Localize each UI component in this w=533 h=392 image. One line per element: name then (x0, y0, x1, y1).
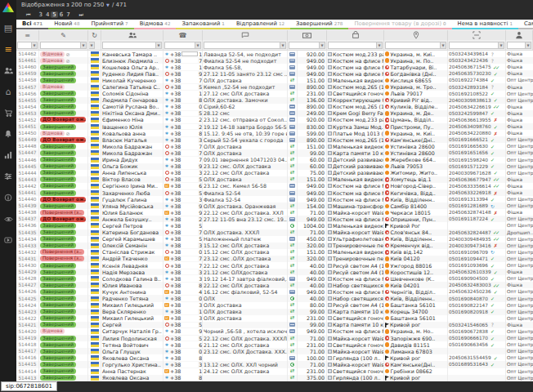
table-row[interactable]: 514416 Завершений Яковлева Оксана *+388 … (16, 354, 533, 361)
filter-input-status[interactable] (40, 42, 81, 49)
table-row[interactable]: 514447 Завершений Микола Бадражан +387 О… (16, 149, 533, 156)
table-row[interactable]: 514427 Завершений Юлия Иванова +388 22.1… (16, 282, 533, 288)
table-row[interactable]: 514437 ДО Возврат ож. Анжела Безушку.. *… (16, 216, 533, 222)
video-icon[interactable] (0, 229, 16, 251)
column-header-name[interactable] (101, 30, 163, 40)
table-row[interactable]: 514429 Завершений Надія Мерзаєва *+383 2… (16, 269, 533, 275)
table-row[interactable]: 514446 Завершений Ирина Дидух *+387 09.0… (16, 157, 533, 163)
column-header-source[interactable] (506, 30, 533, 40)
filter-input-source[interactable] (507, 42, 526, 49)
status-tab[interactable]: Всі471 (16, 20, 48, 29)
table-row[interactable]: 514436 Завершений Сергей Петров *+385 10… (16, 222, 533, 229)
column-header-price[interactable] (288, 30, 327, 40)
filter-input-comment[interactable] (204, 42, 280, 49)
table-row[interactable]: 514458 Завершений Николай Кучеренко *+38… (16, 77, 533, 83)
filter-input-name[interactable] (102, 42, 156, 49)
filter-input-city[interactable] (385, 42, 441, 49)
table-row[interactable]: 514417 Завершений Ольга Глущук *+380 23.… (16, 348, 533, 354)
table-row[interactable]: 514462 Відмова⊘ Каневська Тамара .. *+38… (16, 51, 533, 57)
column-header-product[interactable] (327, 30, 384, 40)
table-row[interactable]: 514414 Завершений Анна Пастернак ic+381 … (16, 368, 533, 375)
info-icon[interactable] (0, 187, 16, 208)
column-header-id[interactable]: ≡ (16, 30, 39, 40)
filter-dropdown-button[interactable]: ▼ (320, 42, 325, 49)
table-row[interactable]: 514418 Завершений Тетяна Войтович *+386 … (16, 341, 533, 348)
orders-list-icon[interactable]: ≡ (0, 38, 16, 60)
table-row[interactable]: 514453 Завершений Нікітіна Оксана Дми.. … (16, 110, 533, 117)
pager-page-button[interactable]: 7 (65, 11, 71, 18)
per-page-dropdown[interactable]: ▼ (106, 2, 110, 7)
pager-page-button[interactable]: 3 (37, 11, 43, 18)
table-row[interactable]: 514432 Повернення (з.. Станіслав Стрижак… (16, 249, 533, 256)
status-tab[interactable]: Прийнятий7 (85, 20, 133, 29)
table-row[interactable]: 514419 Завершений Лилия Подолинская +385… (16, 335, 533, 341)
filter-input-product[interactable] (328, 42, 377, 49)
filter-dropdown-button[interactable]: ▼ (81, 42, 87, 49)
filter-input-id[interactable] (17, 42, 32, 49)
table-row[interactable]: 514444 Завершений Анна Липенська +383 22… (16, 170, 533, 176)
table-row[interactable]: 514454 Завершений Самотій Руслана Во.. *… (16, 104, 533, 110)
table-row[interactable]: 514439 Завершений Уляна Мусійовська *+38… (16, 203, 533, 209)
eye-icon[interactable] (0, 208, 16, 229)
table-row[interactable]: 514431 Повернення (з.. Андрій Ткаченко i… (16, 256, 533, 262)
pager-page-button[interactable]: 6 (58, 11, 65, 18)
customers-icon[interactable] (0, 60, 16, 81)
filter-dropdown-button[interactable]: ▼ (280, 42, 286, 49)
table-row[interactable]: 514420 Відмова Ситарчук Наталія Гр.. *+3… (16, 328, 533, 335)
cart-icon[interactable] (0, 102, 16, 123)
table-row[interactable]: 514421 Завершений Сергей +385 99.00 Карт… (16, 322, 533, 328)
table-row[interactable]: 514430 Завершений Ксенія Левадняя +387 2… (16, 262, 533, 269)
table-row[interactable]: 514449 ДО Возврат ож. Власюк Наталья *+3… (16, 136, 533, 143)
pager-last-button[interactable]: ⏭ (78, 11, 84, 18)
table-row[interactable]: 514413 Завершений Яковлева Оксана *+388 … (16, 375, 533, 381)
table-row[interactable]: 514434 Завершений Сергей Карамышев *+385… (16, 236, 533, 243)
table-row[interactable]: 514459 Завершений Руденко Лидия Пав.. +3… (16, 70, 533, 77)
table-row[interactable]: 514438 Повернення (з.. Юлия Баланюк ic+3… (16, 209, 533, 216)
table-row[interactable]: 514457 Відмова Салегина Татьяна С.. +385… (16, 83, 533, 90)
status-tab[interactable]: Запакований1 (176, 20, 230, 29)
filter-dropdown-button[interactable]: ▼ (195, 42, 201, 49)
column-header-flag[interactable]: ↻ (88, 30, 101, 40)
filter-dropdown-button[interactable]: ▼ (89, 42, 95, 49)
table-row[interactable]: 514452 ДО Возврат ож. Єфименко Ніна *+38… (16, 117, 533, 123)
filter-dropdown-button[interactable]: ▼ (32, 42, 38, 49)
column-header-phone[interactable]: ☎ (163, 30, 203, 40)
status-tab[interactable]: Новий48 (48, 20, 85, 29)
table-row[interactable]: 514422 Завершений Михаил Гилецький ic+38… (16, 315, 533, 322)
filter-dropdown-button[interactable]: ▼ (156, 42, 162, 49)
bell-icon[interactable] (0, 123, 16, 145)
app-logo[interactable] (2, 2, 14, 12)
table-row[interactable]: 514441 Завершений Захарченко Люба +385 Ф… (16, 189, 533, 196)
filter-input-tracking[interactable] (449, 42, 499, 49)
filter-dropdown-button[interactable]: ▼ (499, 42, 504, 49)
pager-first-button[interactable]: ⏮ (25, 11, 31, 18)
filter-input-phone[interactable] (164, 42, 195, 49)
table-row[interactable]: 514460 Завершений Кошелева Ольга Ар.. *+… (16, 64, 533, 70)
status-tab[interactable]: Завершений278 (290, 20, 348, 29)
table-row[interactable]: 514428 Завершений Солодкова Галина В.. *… (16, 275, 533, 282)
table-row[interactable]: 514424 Завершений Михаил Гилецький ic+38… (16, 302, 533, 309)
table-row[interactable]: 514455 Завершений Людмила Гончарова *+38… (16, 97, 533, 104)
status-tab[interactable]: Відправлений12 (231, 20, 290, 29)
column-header-tracking[interactable] (448, 30, 506, 40)
status-tab[interactable]: Нема в наявності1 (452, 20, 518, 29)
table-row[interactable]: 514445 Завершений Ольга Божик *+389 23.1… (16, 163, 533, 170)
pager-page-button[interactable]: 5 (51, 11, 57, 18)
status-tab[interactable]: Самовивіз2 (518, 20, 533, 29)
table-row[interactable]: 514461 Відмова⊘ Близнюк Людмила .. +387 … (16, 57, 533, 64)
table-row[interactable]: 514451 Завершений Іващенко Юлія *+382 19… (16, 123, 533, 130)
workspace-icon[interactable]: ▤ (0, 17, 16, 38)
table-row[interactable]: 514442 Завершений Сергієнко Ірина Ми.. i… (16, 183, 533, 189)
filter-dropdown-button[interactable]: ▼ (377, 42, 383, 49)
table-row[interactable]: 514426 Завершений Кучук Антонина ic+384 … (16, 288, 533, 295)
column-header-comment[interactable] (203, 30, 288, 40)
filter-input-price[interactable] (289, 42, 320, 49)
warehouse-icon[interactable]: ⌂ (0, 81, 16, 102)
table-row[interactable]: 514425 Завершений Радченко Тетяна *+380 … (16, 295, 533, 301)
table-row[interactable]: 514433 Завершений Олексій Семанін *+383 … (16, 243, 533, 249)
status-tab[interactable]: Повернення товару (в дорозі)0 (348, 20, 451, 29)
table-row[interactable]: 514415 Завершений Горгулько Христина.. *… (16, 361, 533, 368)
table-row[interactable]: 514435 Завершений Катерина Богданова +38… (16, 229, 533, 236)
status-tab[interactable]: Відмова42 (134, 20, 177, 29)
filter-dropdown-button[interactable]: ▼ (526, 42, 531, 49)
